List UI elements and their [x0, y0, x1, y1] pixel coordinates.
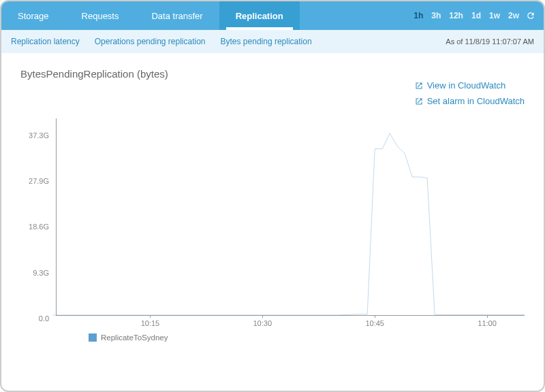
x-tick: 11:00	[478, 319, 497, 327]
tab-data-transfer[interactable]: Data transfer	[135, 1, 219, 30]
tab-storage[interactable]: Storage	[1, 1, 65, 30]
x-tick: 10:15	[141, 319, 160, 327]
x-tick: 10:30	[253, 319, 272, 327]
plot-wrap: 0.0 9.3G 18.6G 27.9G 37.3G 10:15 10:30 1…	[20, 118, 525, 342]
subtab-latency[interactable]: Replication latency	[11, 37, 80, 46]
chart-legend: ReplicateToSydney	[89, 333, 525, 342]
chart-title: BytesPendingReplication (bytes)	[20, 68, 168, 80]
external-link-icon	[415, 97, 423, 105]
external-link-icon	[415, 82, 423, 90]
x-tick: 10:45	[365, 319, 384, 327]
range-1w[interactable]: 1w	[488, 11, 501, 20]
y-tick: 9.3G	[33, 269, 49, 277]
subtab-bytes-pending[interactable]: Bytes pending replication	[221, 37, 312, 46]
y-tick: 18.6G	[29, 223, 49, 231]
range-1h[interactable]: 1h	[412, 11, 424, 20]
range-3h[interactable]: 3h	[430, 11, 442, 20]
as-of-timestamp: As of 11/8/19 11:07:07 AM	[446, 37, 534, 46]
view-in-cloudwatch-link[interactable]: View in CloudWatch	[415, 80, 525, 91]
set-alarm-link[interactable]: Set alarm in CloudWatch	[415, 96, 525, 106]
top-bar: Storage Requests Data transfer Replicati…	[1, 1, 544, 30]
set-alarm-label: Set alarm in CloudWatch	[427, 96, 525, 106]
chart-line	[57, 118, 525, 315]
y-tick: 0.0	[39, 314, 49, 323]
app-frame: Storage Requests Data transfer Replicati…	[0, 0, 545, 392]
view-in-cloudwatch-label: View in CloudWatch	[427, 80, 506, 91]
y-tick: 27.9G	[29, 177, 49, 185]
subtab-ops-pending[interactable]: Operations pending replication	[95, 37, 206, 46]
legend-label: ReplicateToSydney	[101, 333, 168, 342]
range-12h[interactable]: 12h	[448, 11, 465, 20]
y-axis: 0.0 9.3G 18.6G 27.9G 37.3G	[20, 118, 53, 327]
range-2w[interactable]: 2w	[507, 11, 520, 20]
plot: 10:15 10:30 10:45 11:00	[56, 118, 525, 316]
legend-swatch	[89, 333, 97, 342]
main-tabs: Storage Requests Data transfer Replicati…	[1, 1, 300, 30]
chart-links: View in CloudWatch Set alarm in CloudWat…	[415, 80, 525, 106]
tab-requests[interactable]: Requests	[65, 1, 136, 30]
chart-area: BytesPendingReplication (bytes) View in …	[1, 53, 544, 344]
chart-header: BytesPendingReplication (bytes) View in …	[20, 68, 525, 106]
range-1d[interactable]: 1d	[470, 11, 482, 20]
sub-tab-bar: Replication latency Operations pending r…	[1, 30, 544, 53]
y-tick: 37.3G	[29, 131, 49, 140]
tab-replication[interactable]: Replication	[219, 1, 300, 30]
refresh-icon[interactable]	[526, 11, 535, 20]
time-range-group: 1h 3h 12h 1d 1w 2w	[412, 1, 544, 30]
